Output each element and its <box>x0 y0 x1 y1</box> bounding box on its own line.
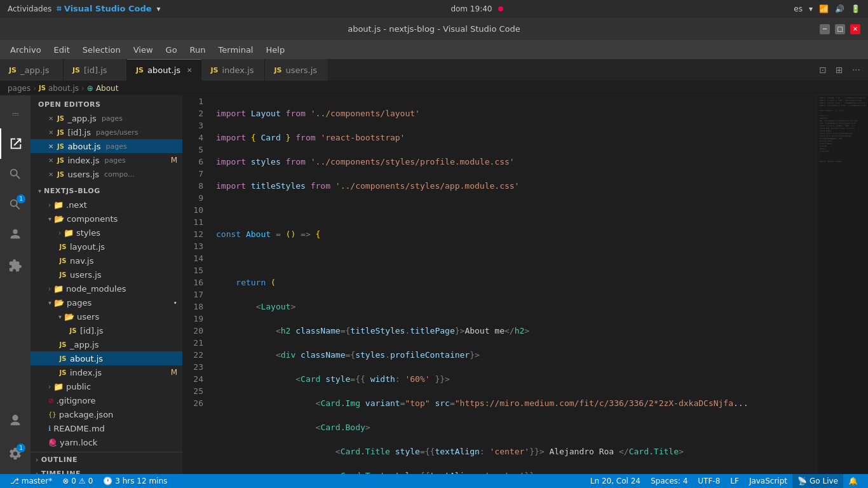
folder-public[interactable]: › 📁 public <box>31 379 182 393</box>
go-live-button[interactable]: 📡 Go Live <box>792 474 843 488</box>
js-icon: JS <box>210 66 218 74</box>
tab-about[interactable]: JS about.js ✕ <box>127 59 201 81</box>
activity-explorer-btn[interactable] <box>0 128 31 159</box>
split-editor-button[interactable]: ⊡ <box>817 64 829 76</box>
activity-terminal-btn[interactable]: ⎓ <box>0 98 31 128</box>
menu-edit[interactable]: Edit <box>49 43 75 57</box>
close-icon[interactable]: ✕ <box>48 171 53 178</box>
activity-avatar-btn[interactable] <box>0 405 31 436</box>
folder-label: node_modules <box>66 284 126 294</box>
tab-close-button[interactable]: ✕ <box>187 67 192 74</box>
close-icon[interactable]: ✕ <box>48 157 53 164</box>
vscode-arrow[interactable]: ▾ <box>157 4 161 13</box>
menu-view[interactable]: View <box>128 43 158 57</box>
menu-help[interactable]: Help <box>261 43 290 57</box>
js-icon: JS <box>58 355 67 362</box>
minimize-button[interactable]: ─ <box>820 24 830 34</box>
open-editor-id[interactable]: ✕ JS [id].js pages/users <box>31 125 182 139</box>
file-nav-js[interactable]: JS nav.js <box>31 254 182 268</box>
errors-item[interactable]: ⊗ 0 ⚠ 0 <box>57 474 98 488</box>
activity-extensions-btn[interactable] <box>0 250 31 281</box>
activity-search-btn[interactable] <box>0 159 31 189</box>
outline-section[interactable]: › OUTLINE <box>31 452 182 466</box>
notifications-item[interactable]: 🔔 <box>843 474 863 488</box>
menu-file[interactable]: Archivo <box>5 43 46 57</box>
folder-next[interactable]: › 📁 .next <box>31 198 182 212</box>
lang-arrow[interactable]: ▾ <box>809 4 813 13</box>
language-item[interactable]: JavaScript <box>744 474 792 488</box>
file-index-js[interactable]: JS index.js M <box>31 365 182 379</box>
line-col-item[interactable]: Ln 20, Col 24 <box>585 474 646 488</box>
folder-pages[interactable]: ▾ 📂 pages • <box>31 295 182 309</box>
lang-label[interactable]: es <box>794 4 803 13</box>
menu-terminal[interactable]: Terminal <box>214 43 259 57</box>
folder-label: users <box>77 312 99 322</box>
menu-run[interactable]: Run <box>185 43 211 57</box>
settings-badge: 1 <box>17 444 25 452</box>
file-id-js[interactable]: JS [id].js <box>31 323 182 337</box>
code-line-13: <Card.Img variant="top" src="https://mir… <box>215 397 817 409</box>
file-about-js[interactable]: JS about.js <box>31 351 182 365</box>
open-editor-about[interactable]: ✕ JS about.js pages <box>31 139 182 153</box>
time-label: 3 hrs 12 mins <box>115 477 167 485</box>
folder-node-modules[interactable]: › 📁 node_modules <box>31 281 182 295</box>
go-live-label: Go Live <box>810 477 838 485</box>
menu-go[interactable]: Go <box>161 43 182 57</box>
tab-app[interactable]: JS _app.js <box>0 59 64 81</box>
battery-icon: 🔋 <box>851 4 860 13</box>
open-editor-app[interactable]: ✕ JS _app.js pages <box>31 111 182 125</box>
encoding-item[interactable]: UTF-8 <box>693 474 725 488</box>
file-package-json[interactable]: {} package.json <box>31 407 182 421</box>
folder-users[interactable]: ▾ 📂 users <box>31 309 182 323</box>
file-path: pages <box>104 156 125 165</box>
git-branch-item[interactable]: ⎇ master* <box>5 474 57 488</box>
activity-settings-btn[interactable]: 1 <box>0 438 31 469</box>
file-label: nav.js <box>70 256 93 266</box>
activities-label[interactable]: Actividades <box>8 4 51 13</box>
timeline-section[interactable]: › TIMELINE <box>31 466 182 474</box>
close-icon[interactable]: ✕ <box>48 115 53 122</box>
file-label: .gitignore <box>56 396 95 405</box>
file-yarn-lock[interactable]: 🧶 yarn.lock <box>31 435 182 449</box>
activity-scm-btn[interactable]: 1 <box>0 189 31 220</box>
tab-id[interactable]: JS [id].js <box>64 59 127 81</box>
file-readme[interactable]: ℹ README.md <box>31 421 182 435</box>
activity-debug-btn[interactable] <box>0 220 31 250</box>
open-editor-users[interactable]: ✕ JS users.js compo... <box>31 167 182 181</box>
file-path: pages <box>105 142 126 151</box>
code-content[interactable]: import Layout from '../components/layout… <box>210 95 817 474</box>
open-editor-index[interactable]: ✕ JS index.js pages M <box>31 153 182 167</box>
yarn-icon: 🧶 <box>48 438 57 447</box>
line-ending-item[interactable]: LF <box>725 474 744 488</box>
maximize-button[interactable]: □ <box>835 24 845 34</box>
file-gitignore[interactable]: ⊘ .gitignore <box>31 393 182 407</box>
time-item[interactable]: 🕐 3 hrs 12 mins <box>98 474 172 488</box>
folder-components[interactable]: ▾ 📂 components <box>31 212 182 226</box>
spaces-item[interactable]: Spaces: 4 <box>646 474 693 488</box>
code-line-1: import Layout from '../components/layout… <box>215 107 817 119</box>
breadcrumb-file[interactable]: about.js <box>48 84 79 93</box>
js-icon: JS <box>58 369 67 376</box>
folder-label: pages <box>67 298 92 308</box>
vscode-logo[interactable]: ⌗ Visual Studio Code <box>57 4 151 14</box>
breadcrumb-pages[interactable]: pages <box>8 84 31 93</box>
file-app-js[interactable]: JS _app.js <box>31 337 182 351</box>
folder-icon: 📁 <box>53 284 64 294</box>
more-actions-button[interactable]: ··· <box>850 64 863 76</box>
file-label: _app.js <box>67 114 97 123</box>
open-editors-header[interactable]: OPEN EDITORS <box>31 95 182 111</box>
breadcrumb-function[interactable]: About <box>96 84 118 93</box>
close-icon[interactable]: ✕ <box>48 129 53 136</box>
toggle-sidebar-button[interactable]: ⊞ <box>833 64 846 76</box>
tab-users[interactable]: JS users.js <box>265 59 329 81</box>
folder-styles[interactable]: › 📁 styles <box>31 226 182 240</box>
close-button[interactable]: ✕ <box>850 24 860 34</box>
menu-selection[interactable]: Selection <box>78 43 126 57</box>
tab-index[interactable]: JS index.js <box>201 59 265 81</box>
code-editor[interactable]: 1 2 3 4 5 6 7 8 9 10 11 12 13 14 15 16 1… <box>183 95 817 474</box>
file-users-js[interactable]: JS users.js <box>31 268 182 281</box>
file-label: [id].js <box>80 326 104 336</box>
file-layout-js[interactable]: JS layout.js <box>31 240 182 254</box>
close-icon[interactable]: ✕ <box>48 143 53 150</box>
project-root-folder[interactable]: ▾ NEXTJS-BLOG <box>31 184 182 198</box>
